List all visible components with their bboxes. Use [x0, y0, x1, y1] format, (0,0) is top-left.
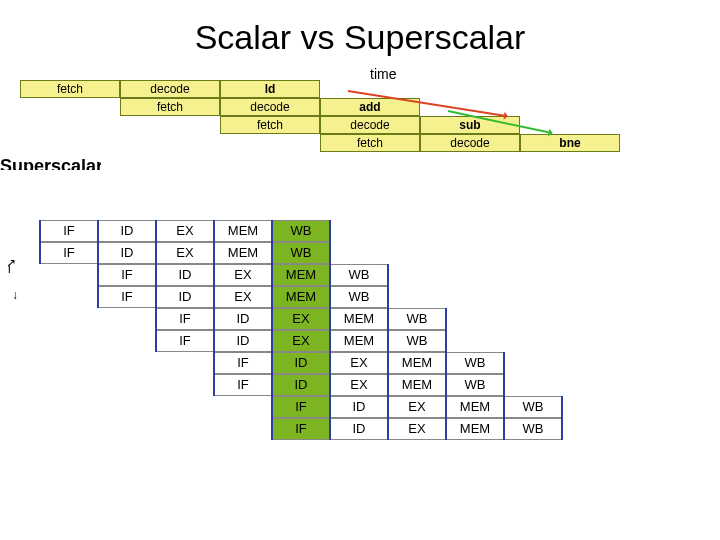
pipeline-stage-cell: EX [272, 308, 330, 330]
empty-cell [446, 330, 504, 352]
pipeline-stage-cell: ID [156, 286, 214, 308]
pipeline-stage-cell: MEM [388, 352, 446, 374]
time-label: time [370, 66, 396, 82]
pipeline-stage-cell: EX [330, 352, 388, 374]
pipeline-stage-cell: EX [214, 264, 272, 286]
pipeline-stage-cell: WB [504, 418, 562, 440]
empty-cell [40, 308, 98, 330]
empty-cell [504, 374, 562, 396]
pipeline-stage-cell: WB [330, 286, 388, 308]
empty-cell [388, 264, 446, 286]
scalar-cell: decode [120, 80, 220, 98]
empty-cell [40, 286, 98, 308]
pipeline-stage-cell: IF [98, 264, 156, 286]
empty-cell [562, 374, 620, 396]
pipeline-stage-cell: ID [330, 396, 388, 418]
empty-cell [562, 308, 620, 330]
pipeline-stage-cell: WB [446, 352, 504, 374]
empty-cell [562, 352, 620, 374]
scalar-cell: fetch [20, 80, 120, 98]
pipeline-stage-cell: EX [156, 220, 214, 242]
pipeline-stage-cell: EX [388, 396, 446, 418]
empty-cell [562, 220, 620, 242]
pipeline-stage-cell: IF [156, 330, 214, 352]
empty-cell [504, 242, 562, 264]
pipeline-stage-cell: IF [40, 242, 98, 264]
pipeline-stage-cell: IF [214, 352, 272, 374]
scalar-row: fetchdecodesub [220, 116, 520, 134]
empty-cell [388, 286, 446, 308]
empty-cell [40, 374, 98, 396]
pipeline-stage-cell: MEM [272, 286, 330, 308]
pipeline-stage-cell: MEM [446, 396, 504, 418]
empty-cell [156, 418, 214, 440]
pipeline-stage-cell: ID [214, 308, 272, 330]
empty-cell [504, 264, 562, 286]
pipeline-stage-cell: ID [330, 418, 388, 440]
pipeline-stage-cell: WB [504, 396, 562, 418]
cycle-divider [329, 220, 331, 440]
pipeline-stage-cell: WB [388, 308, 446, 330]
cycle-divider [213, 220, 215, 396]
empty-cell [98, 374, 156, 396]
pipeline-stage-cell: ID [98, 242, 156, 264]
superscalar-label: Superscalar: [0, 156, 109, 177]
cycle-divider [387, 264, 389, 440]
empty-cell [214, 418, 272, 440]
scalar-row: fetchdecodebne [320, 134, 620, 152]
pipeline-stage-cell: WB [388, 330, 446, 352]
scalar-cell: bne [520, 134, 620, 152]
empty-cell [156, 374, 214, 396]
empty-cell [156, 396, 214, 418]
empty-cell [98, 308, 156, 330]
empty-cell [562, 396, 620, 418]
pipeline-stage-cell: IF [98, 286, 156, 308]
page-title: Scalar vs Superscalar [0, 0, 720, 57]
empty-cell [562, 242, 620, 264]
pipeline-stage-cell: ID [156, 264, 214, 286]
scalar-cell: fetch [220, 116, 320, 134]
pipeline-stage-cell: ID [272, 374, 330, 396]
empty-cell [504, 352, 562, 374]
empty-cell [388, 242, 446, 264]
empty-cell [40, 418, 98, 440]
pipeline-stage-cell: IF [272, 418, 330, 440]
scalar-row: fetchdecodeadd [120, 98, 420, 116]
empty-cell [98, 352, 156, 374]
empty-cell [504, 220, 562, 242]
empty-cell [504, 308, 562, 330]
pipeline-stage-cell: IF [214, 374, 272, 396]
pipeline-stage-cell: IF [156, 308, 214, 330]
empty-cell [40, 264, 98, 286]
pipeline-stage-cell: MEM [330, 330, 388, 352]
pipeline-stage-cell: ID [214, 330, 272, 352]
scalar-cell: fetch [320, 134, 420, 152]
pipeline-stage-cell: IF [272, 396, 330, 418]
empty-cell [562, 286, 620, 308]
pipeline-stage-cell: MEM [388, 374, 446, 396]
empty-cell [98, 330, 156, 352]
empty-cell [504, 330, 562, 352]
pipeline-stage-cell: EX [272, 330, 330, 352]
pipeline-stage-cell: EX [388, 418, 446, 440]
empty-cell [446, 242, 504, 264]
empty-cell [40, 352, 98, 374]
pipeline-stage-cell: MEM [214, 242, 272, 264]
cycle-divider [561, 396, 563, 440]
empty-cell [40, 396, 98, 418]
cycle-divider [271, 220, 273, 440]
empty-cell [330, 242, 388, 264]
pipeline-stage-cell: ID [98, 220, 156, 242]
pipeline-stage-cell: WB [272, 242, 330, 264]
pipeline-stage-cell: WB [446, 374, 504, 396]
empty-cell [98, 418, 156, 440]
empty-cell [504, 286, 562, 308]
empty-cell [562, 330, 620, 352]
cycle-divider [155, 220, 157, 352]
empty-cell [40, 330, 98, 352]
pipeline-stage-cell: WB [272, 220, 330, 242]
cycle-divider [39, 220, 41, 264]
scalar-cell: decode [320, 116, 420, 134]
scalar-row: fetchdecodeld [20, 80, 320, 98]
pipeline-stage-cell: MEM [330, 308, 388, 330]
